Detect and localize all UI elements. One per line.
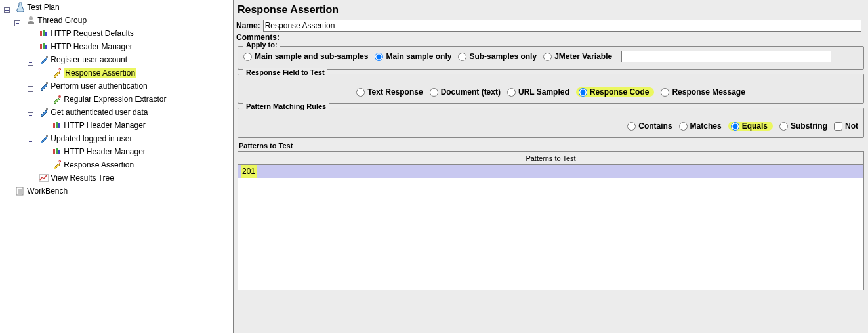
- apply-to-fieldset: Apply to: Main sample and sub-samples Ma…: [238, 46, 864, 70]
- name-label: Name:: [236, 21, 260, 30]
- tree-label: WorkBench: [27, 187, 68, 196]
- tree-node-response-assertion[interactable]: ? Response Assertion: [51, 67, 138, 79]
- tree-node-test-plan[interactable]: Test Plan: [14, 1, 60, 13]
- tree-node-header-mgr-2[interactable]: HTTP Header Manager: [51, 120, 147, 131]
- patterns-table-body[interactable]: 201: [238, 165, 863, 290]
- respfield-url-sampled[interactable]: URL Sampled: [507, 87, 569, 97]
- rule-not-checkbox[interactable]: Not: [834, 122, 858, 131]
- tree-label: Perform user authentication: [51, 81, 147, 91]
- tree-node-view-results[interactable]: View Results Tree: [37, 172, 115, 184]
- svg-rect-5: [43, 43, 45, 49]
- tree-node-http-defaults[interactable]: HTTP Request Defaults: [37, 28, 135, 39]
- respfield-response-code[interactable]: Response Code: [576, 87, 655, 97]
- editor-pane: Response Assertion Name: Comments: Apply…: [234, 0, 868, 333]
- apply-to-sub-only[interactable]: Sub-samples only: [458, 52, 537, 61]
- config-icon: [39, 41, 49, 52]
- tree-toggle-icon[interactable]: [14, 20, 20, 26]
- svg-rect-17: [56, 148, 58, 154]
- svg-rect-2: [43, 30, 45, 36]
- rule-equals[interactable]: Equals: [728, 122, 773, 131]
- config-icon: [52, 120, 62, 131]
- rule-matches[interactable]: Matches: [679, 122, 722, 131]
- listener-icon: [39, 173, 49, 183]
- flask-icon: [15, 2, 26, 12]
- radio-label: Matches: [690, 122, 722, 131]
- respfield-response-message[interactable]: Response Message: [661, 87, 745, 97]
- tree-toggle-icon[interactable]: [28, 139, 33, 144]
- svg-rect-13: [56, 122, 58, 128]
- tree-node-workbench[interactable]: WorkBench: [14, 185, 69, 197]
- patterns-column-header: Patterns to Test: [238, 152, 863, 165]
- svg-rect-18: [58, 150, 60, 154]
- tree-label: Get authenticated user data: [51, 108, 148, 117]
- table-row[interactable]: 201: [238, 165, 863, 178]
- response-field-title: Response Field to Test: [243, 68, 327, 76]
- radio-label: Response Code: [590, 87, 650, 97]
- apply-to-title: Apply to:: [243, 41, 280, 49]
- svg-rect-3: [45, 32, 47, 36]
- svg-rect-15: [46, 135, 48, 137]
- tree-node-header-mgr-3[interactable]: HTTP Header Manager: [51, 146, 147, 158]
- svg-point-0: [29, 16, 33, 20]
- patterns-section-title: Patterns to Test: [239, 142, 865, 150]
- tree-toggle-icon[interactable]: [28, 86, 33, 92]
- tree-node-regex-extractor[interactable]: Regular Expression Extractor: [51, 93, 167, 105]
- svg-rect-9: [46, 82, 48, 84]
- tree-label: HTTP Header Manager: [51, 42, 133, 51]
- respfield-document[interactable]: Document (text): [430, 87, 501, 97]
- tree-node-perform-auth[interactable]: Perform user authentication: [37, 80, 148, 92]
- svg-rect-16: [53, 149, 55, 154]
- svg-rect-14: [58, 123, 60, 128]
- sampler-icon: [39, 133, 49, 144]
- tree-label: Response Assertion: [64, 68, 136, 78]
- match-rules-title: Pattern Matching Rules: [243, 102, 329, 110]
- config-icon: [39, 28, 49, 39]
- checkbox-label: Not: [845, 122, 858, 131]
- tree-node-register-user[interactable]: Register user account: [37, 54, 129, 66]
- rule-substring[interactable]: Substring: [779, 122, 827, 131]
- postprocessor-icon: [52, 94, 62, 104]
- radio-label: Text Response: [367, 87, 423, 97]
- svg-rect-7: [46, 56, 48, 58]
- radio-label: Substring: [791, 122, 827, 131]
- tree-label: HTTP Header Manager: [64, 147, 146, 156]
- name-input[interactable]: [263, 20, 861, 32]
- test-plan-tree[interactable]: Test Plan Thread Group HTTP Request Defa…: [0, 0, 234, 333]
- patterns-table[interactable]: Patterns to Test 201: [238, 151, 864, 290]
- svg-rect-12: [53, 123, 55, 128]
- svg-rect-6: [45, 45, 47, 49]
- tree-toggle-icon[interactable]: [4, 7, 10, 13]
- respfield-text-response[interactable]: Text Response: [356, 87, 423, 97]
- radio-label: Sub-samples only: [469, 52, 537, 61]
- svg-text:?: ?: [58, 68, 61, 72]
- tree-node-updated-logged[interactable]: Updated logged in user: [37, 133, 133, 144]
- radio-label: Main sample and sub-samples: [255, 52, 368, 61]
- tree-label: View Results Tree: [51, 173, 114, 183]
- svg-text:?: ?: [58, 160, 61, 164]
- tree-node-header-mgr[interactable]: HTTP Header Manager: [37, 41, 134, 53]
- radio-label: Equals: [742, 122, 768, 131]
- sampler-icon: [39, 107, 49, 118]
- pattern-cell: 201: [241, 165, 257, 178]
- radio-label: Main sample only: [386, 52, 451, 61]
- apply-to-jmeter-var[interactable]: JMeter Variable: [543, 52, 612, 61]
- jmeter-variable-input[interactable]: [621, 51, 831, 62]
- tree-label: Updated logged in user: [51, 134, 132, 143]
- tree-node-thread-group[interactable]: Thread Group: [24, 14, 88, 26]
- response-field-fieldset: Response Field to Test Text Response Doc…: [238, 74, 864, 104]
- sampler-icon: [39, 81, 49, 91]
- tree-node-get-auth-data[interactable]: Get authenticated user data: [37, 106, 149, 118]
- apply-to-main-only[interactable]: Main sample only: [375, 52, 451, 61]
- radio-label: JMeter Variable: [554, 52, 612, 61]
- config-icon: [52, 146, 62, 157]
- tree-node-response-assertion-2[interactable]: ? Response Assertion: [51, 159, 135, 171]
- svg-point-10: [58, 95, 61, 98]
- tree-label: HTTP Request Defaults: [51, 29, 134, 38]
- tree-toggle-icon[interactable]: [28, 112, 33, 118]
- radio-label: Contains: [638, 122, 672, 131]
- svg-rect-4: [40, 44, 42, 49]
- svg-rect-1: [40, 31, 42, 36]
- apply-to-main-and-sub[interactable]: Main sample and sub-samples: [243, 52, 368, 61]
- rule-contains[interactable]: Contains: [627, 122, 672, 131]
- tree-toggle-icon[interactable]: [28, 60, 33, 66]
